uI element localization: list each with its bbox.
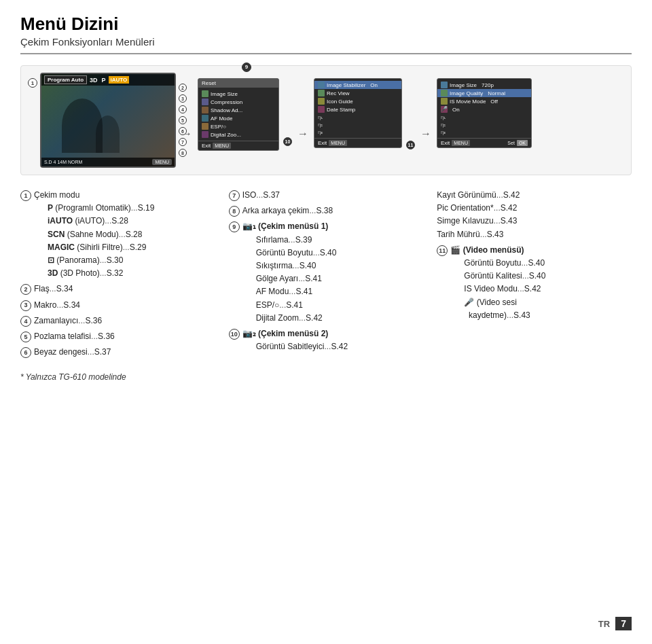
right-side-indicators: 2 3 4 5 6 7 8 xyxy=(179,84,187,157)
index-item-1: 1 Çekim modu P (Programlı Otomatik)...S.… xyxy=(20,189,215,280)
menu2-date-stamp: Date Stamp xyxy=(314,105,401,113)
camera-image xyxy=(41,74,175,166)
arrow-to-menu3: → xyxy=(419,101,433,140)
menu3-fn3: η₃ xyxy=(437,128,531,136)
menu1-digital-zoom: Digital Zoo... xyxy=(198,130,278,139)
index-item-10: 10 📷₂ (Çekim menüsü 2) Görüntü Sabitleyi… xyxy=(229,327,424,353)
arrow-to-menu2: → xyxy=(296,101,310,140)
menu1-header: Reset xyxy=(198,79,278,88)
menu2-image-stabilizer: Image Stabilizer On xyxy=(314,81,401,89)
menu1-compression: Compression xyxy=(198,98,278,106)
footer-note: * Yalnızca TG-610 modelinde xyxy=(20,372,632,382)
index-item-3: 3 Makro...S.34 xyxy=(20,299,215,312)
menu2-fn1: η₁ xyxy=(314,113,401,121)
index-item-8: 8 Arka arkaya çekim...S.38 xyxy=(229,204,424,217)
menu3-image-quality: Image Quality Normal xyxy=(437,89,531,97)
menu2-fn2: η₂ xyxy=(314,121,401,128)
index-col3: Kayıt Görünümü...S.42 Pic Orientation*..… xyxy=(437,189,632,359)
index-item-9: 9 📷₁ (Çekim menüsü 1) Sıfırlama...S.39 G… xyxy=(229,220,424,325)
index-item-2: 2 Flaş...S.34 xyxy=(20,283,215,296)
menu3-audio: 🎤 On xyxy=(437,105,531,113)
menu2-rec-view: Rec View xyxy=(314,89,401,97)
index-item-5: 5 Pozlama telafisi...S.36 xyxy=(20,330,215,343)
page-title: Menü Dizini Çekim Fonksiyonları Menüleri xyxy=(20,14,632,54)
menu1-exit: Exit MENU xyxy=(198,141,278,150)
index-col2: 7 ISO...S.37 8 Arka arkaya çekim...S.38 … xyxy=(229,189,424,359)
index-item-7: 7 ISO...S.37 xyxy=(229,189,424,202)
menu1-af-mode: AF Mode xyxy=(198,114,278,122)
menu3-image-size: Image Size 720p xyxy=(437,81,531,89)
menu2-icon-guide: Icon Guide xyxy=(314,97,401,105)
camera-area: 1 Program Auto 3D P iAUTO S.D 4 14M NORM… xyxy=(28,73,176,168)
menu1-shadow: Shadow Ad... xyxy=(198,106,278,114)
menu-box-3: Image Size 720p Image Quality Normal IS … xyxy=(437,78,532,148)
menu1-image-size: Image Size xyxy=(198,90,278,98)
circle-9-indicator: 9 xyxy=(242,60,251,72)
menu3-is-movie-mode: IS Movie Mode Off xyxy=(437,97,531,105)
menu2-fn3: η₃ xyxy=(314,128,401,136)
index-col1: 1 Çekim modu P (Programlı Otomatik)...S.… xyxy=(20,189,215,359)
menu3-fn1: η₁ xyxy=(437,113,531,121)
menu-box-2: Image Stabilizer On Rec View Icon Guide … xyxy=(314,78,402,148)
silhouette-small xyxy=(96,115,120,153)
menu1-esp: ESP/○ xyxy=(198,122,278,130)
index-item-6: 6 Beyaz dengesi...S.37 xyxy=(20,346,215,359)
camera-bottom-bar: S.D 4 14M NORM MENU xyxy=(41,158,175,166)
circle-11-area: 11 xyxy=(406,73,415,149)
page-number-area: TR 7 xyxy=(598,617,632,630)
menu-box-1: Reset Image Size Compression Shadow Ad..… xyxy=(198,78,279,151)
camera-top-bar: Program Auto 3D P iAUTO xyxy=(41,74,175,86)
menu-index: 1 Çekim modu P (Programlı Otomatik)...S.… xyxy=(20,189,632,359)
menu2-exit: Exit MENU xyxy=(314,138,401,147)
index-item-kayit: Kayıt Görünümü...S.42 Pic Orientation*..… xyxy=(437,189,632,241)
side-numbers-left: 1 xyxy=(28,73,37,88)
menu3-fn2: η₂ xyxy=(437,121,531,128)
index-item-4: 4 Zamanlayıcı...S.36 xyxy=(20,315,215,327)
camera-preview: Program Auto 3D P iAUTO S.D 4 14M NORM M… xyxy=(40,73,176,168)
index-item-11: 11 🎬 (Video menüsü) Görüntü Boyutu...S.4… xyxy=(437,244,632,322)
diagram-section: 9 1 Program Auto 3D P iAUTO xyxy=(20,65,632,175)
circle-10-area: 10 xyxy=(283,73,292,146)
menu3-exit: Exit MENU Set OK xyxy=(437,138,531,147)
